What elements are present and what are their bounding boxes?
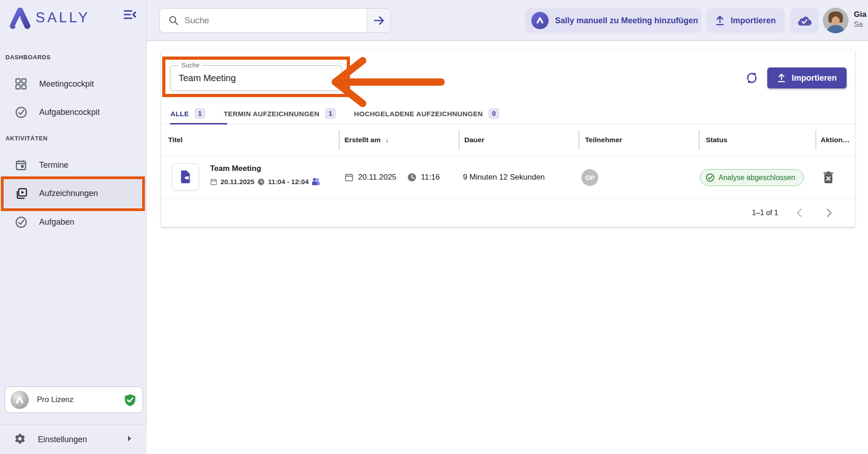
chevron-right-icon: [127, 435, 132, 444]
delete-recording-button[interactable]: [821, 170, 836, 185]
sidebar-item-aufzeichnungen[interactable]: Aufzeichnungen: [0, 179, 147, 207]
pagination-range: 1–1 of 1: [752, 209, 778, 217]
tab-count-badge: 1: [195, 108, 205, 119]
teams-icon: [312, 178, 320, 186]
import-button-top[interactable]: Importieren: [706, 8, 785, 33]
sidebar-item-label: Meetingcockpit: [39, 79, 94, 89]
search-submit-button[interactable]: [367, 9, 390, 32]
sally-silver-logo-icon: [10, 391, 29, 409]
participant-avatar[interactable]: GP: [581, 169, 598, 186]
menu-collapse-icon: [123, 9, 137, 21]
user-info[interactable]: Gia Sa: [854, 10, 868, 29]
created-date: 20.11.2025: [358, 173, 396, 182]
column-divider: [578, 130, 580, 150]
pagination-next-button[interactable]: [820, 204, 838, 222]
column-header-erstellt-am[interactable]: Erstellt am ↓: [344, 124, 389, 155]
column-header-status[interactable]: Status: [706, 124, 727, 155]
open-recording-button[interactable]: [172, 163, 199, 191]
tab-hochgeladene-aufzeichnungen[interactable]: HOCHGELADENE AUFZEICHNUNGEN 0: [345, 103, 508, 124]
tab-label: TERMIN AUFZEICHNUNGEN: [224, 110, 319, 118]
settings-label: Einstellungen: [38, 435, 87, 444]
global-search: [159, 8, 391, 33]
sidebar-divider: [0, 424, 147, 424]
created-at-cell: 20.11.2025 11:16: [344, 156, 440, 199]
import-top-label: Importieren: [730, 16, 776, 26]
user-subtitle: Sa: [854, 21, 868, 29]
clock-icon: [407, 173, 416, 182]
sidebar-item-label: Aufzeichnungen: [39, 189, 98, 198]
tab-label: ALLE: [170, 110, 189, 118]
recording-date: 20.11.2025: [221, 178, 254, 186]
sidebar-item-einstellungen[interactable]: Einstellungen: [0, 425, 147, 454]
sidebar-item-aufgaben[interactable]: Aufgaben: [0, 208, 147, 236]
topbar: Sally manuell zu Meeting hinzufügen Impo…: [147, 0, 868, 41]
dashboard-grid-icon: [15, 77, 27, 90]
import-main-label: Importieren: [791, 73, 837, 83]
recording-subtitle: 20.11.2025 11:04 - 12:04: [210, 178, 320, 186]
created-time: 11:16: [421, 173, 440, 182]
import-button-main[interactable]: Importieren: [767, 67, 847, 88]
recordings-panel: Suche: [161, 49, 855, 227]
avatar-photo: [823, 8, 848, 33]
gear-icon: [14, 433, 26, 447]
arrow-right-icon: [373, 15, 385, 26]
document-icon: [179, 170, 192, 184]
calendar-icon: [15, 159, 27, 171]
pagination: 1–1 of 1: [161, 198, 855, 227]
recording-title: Team Meeting: [210, 164, 261, 173]
tab-alle[interactable]: ALLE 1: [161, 103, 215, 124]
sidebar-item-label: Termine: [39, 160, 68, 170]
check-circle-icon: [15, 216, 27, 228]
tab-count-badge: 0: [488, 108, 499, 119]
annotation-arrow: [329, 55, 447, 109]
sally-logo-icon: [531, 12, 549, 29]
app-name: SALLY: [36, 10, 90, 26]
column-header-teilnehmer[interactable]: Teilnehmer: [585, 124, 622, 155]
license-card[interactable]: Pro Lizenz: [5, 387, 143, 413]
column-header-dauer[interactable]: Dauer: [464, 124, 484, 155]
table-header: Titel Erstellt am ↓ Dauer Teilnehmer Sta…: [161, 124, 855, 155]
column-divider: [339, 130, 340, 150]
column-divider: [815, 130, 817, 150]
sidebar-item-meetingcockpit[interactable]: Meetingcockpit: [0, 70, 147, 98]
upload-icon: [777, 73, 786, 83]
column-header-aktion[interactable]: Aktion…: [821, 124, 850, 155]
status-badge: Analyse abgeschlossen: [700, 169, 804, 186]
status-label: Analyse abgeschlossen: [719, 174, 795, 182]
refresh-button[interactable]: [744, 70, 760, 86]
pagination-prev-button[interactable]: [790, 204, 808, 222]
sidebar-collapse-button[interactable]: [122, 7, 138, 22]
global-search-input[interactable]: [185, 15, 349, 26]
tabs: ALLE 1 TERMIN AUFZEICHNUNGEN 1 HOCHGELAD…: [161, 103, 855, 124]
chevron-left-icon: [796, 208, 802, 217]
duration-cell: 9 Minuten 12 Sekunden: [463, 156, 545, 199]
add-sally-to-meeting-label: Sally manuell zu Meeting hinzufügen: [555, 16, 698, 26]
sidebar-item-aufgabencockpit[interactable]: Aufgabencockpit: [0, 98, 147, 126]
app-logo[interactable]: SALLY: [8, 5, 140, 31]
cloud-sync-button[interactable]: [790, 8, 818, 33]
search-icon: [168, 15, 179, 26]
tab-count-badge: 1: [325, 108, 336, 119]
check-circle-icon: [15, 106, 27, 119]
license-label: Pro Lizenz: [37, 395, 73, 404]
user-avatar[interactable]: [823, 8, 848, 33]
tab-label: HOCHGELADENE AUFZEICHNUNGEN: [354, 110, 483, 118]
check-circle-icon: [706, 173, 714, 182]
recording-time-range: 11:04 - 12:04: [268, 178, 308, 186]
filter-input[interactable]: [179, 66, 329, 91]
shield-check-icon: [124, 394, 136, 408]
upload-icon: [715, 15, 725, 26]
column-divider: [458, 130, 460, 150]
calendar-icon: [210, 178, 217, 186]
column-divider: [699, 130, 700, 150]
clock-icon: [257, 178, 265, 186]
tab-termin-aufzeichnungen[interactable]: TERMIN AUFZEICHNUNGEN 1: [215, 103, 345, 124]
refresh-icon: [745, 71, 759, 85]
table-row[interactable]: Team Meeting 20.11.2025 11:04 - 12:04: [161, 155, 855, 198]
sidebar-item-termine[interactable]: Termine: [0, 151, 147, 179]
add-sally-to-meeting-button[interactable]: Sally manuell zu Meeting hinzufügen: [525, 8, 702, 33]
filter-field: Suche: [170, 65, 342, 91]
app-root: SALLY DASHBOARDS Meetingcockpit: [0, 0, 868, 454]
column-header-titel[interactable]: Titel: [168, 124, 183, 155]
sort-desc-icon[interactable]: ↓: [385, 136, 389, 144]
